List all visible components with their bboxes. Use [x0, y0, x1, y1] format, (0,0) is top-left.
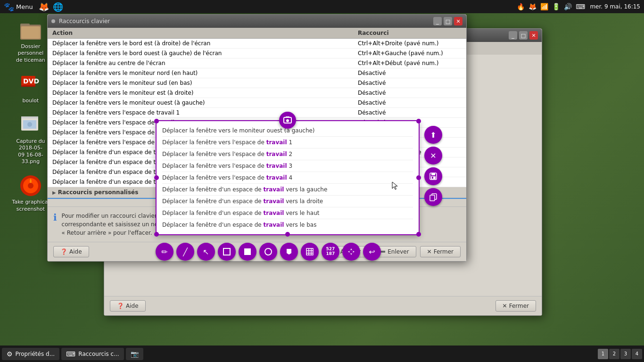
- rect-tool[interactable]: [218, 243, 236, 261]
- main-close-button[interactable]: ✕ Fermer: [495, 300, 536, 312]
- menu-button[interactable]: 🐾 Menu: [4, 2, 33, 12]
- taskbar-properties[interactable]: ⚙ Propriétés d...: [2, 348, 59, 360]
- row-shortcut: Ctrl+Alt+Gauche (pavé num.): [358, 50, 462, 57]
- svg-rect-21: [431, 173, 435, 175]
- taskbar-raccourcis[interactable]: ⌨ Raccourcis c...: [61, 348, 124, 360]
- table-row[interactable]: Déplacer la fenêtre vers le moniteur est…: [48, 88, 466, 98]
- row-action: Déplacer la fenêtre au centre de l'écran: [52, 60, 358, 66]
- screenshot-row: Déplacer la fenêtre vers l'espace de tra…: [162, 160, 413, 172]
- table-row[interactable]: Déplacer la fenêtre vers le moniteur sud…: [48, 78, 466, 88]
- desktop: 🐾 Menu 🦊 🌐 🔥 🦊 📶 🔋 🔊 ⌨ mer. 9 mai, 16:15: [0, 0, 644, 362]
- taskbar-screenshot-task[interactable]: 📷: [126, 348, 143, 360]
- main-close-icon: ✕: [503, 303, 507, 309]
- row-shortcut: Ctrl+Alt+Droite (pavé num.): [358, 40, 462, 47]
- move-tool[interactable]: [342, 243, 360, 261]
- close-button[interactable]: ✕: [529, 31, 538, 40]
- svg-rect-29: [306, 248, 313, 255]
- screenshot-content: Déplacer la fenêtre vers le moniteur oue…: [157, 121, 419, 234]
- table-row[interactable]: Déplacer la fenêtre vers le moniteur oue…: [48, 98, 466, 108]
- screenshot-task-icon: 📷: [131, 350, 139, 358]
- close-btn-label: Fermer: [434, 248, 454, 255]
- dialog-minimize-button[interactable]: _: [433, 17, 442, 25]
- desktop-icon-screenshot[interactable]: Take graphicalscreenshot: [9, 174, 52, 213]
- main-help-button[interactable]: ❓ Aide: [110, 300, 146, 312]
- capture-label: Capture du 2018-05-09 16-08-33.png: [9, 138, 52, 165]
- tray-icon-2: 🦊: [528, 3, 537, 10]
- chromium-icon[interactable]: 🌐: [53, 1, 63, 12]
- workspace-4[interactable]: 4: [632, 349, 642, 359]
- workspace-3[interactable]: 3: [620, 349, 631, 359]
- grid-tool[interactable]: [301, 243, 319, 261]
- info-icon: ℹ: [53, 212, 57, 223]
- dialog-title-dot: [51, 19, 55, 23]
- help-button[interactable]: ❓ Aide: [53, 246, 89, 257]
- svg-marker-34: [348, 248, 355, 255]
- svg-rect-26: [223, 248, 230, 255]
- desktop-icon-capture[interactable]: Capture du 2018-05-09 16-08-33.png: [9, 114, 52, 165]
- screenshot-center-icon[interactable]: [279, 112, 296, 129]
- upload-button[interactable]: ⬆: [424, 126, 442, 144]
- row-shortcut: Désactivé: [358, 70, 462, 76]
- volume-icon: 🔊: [564, 3, 572, 10]
- screenshot-row: Déplacer la fenêtre vers l'espace de tra…: [162, 148, 413, 160]
- resize-handle-tl[interactable]: [154, 119, 159, 123]
- screenshot-row: Déplacer la fenêtre d'un espace de trava…: [162, 196, 413, 207]
- dialog-title: Raccourcis clavier: [59, 18, 429, 25]
- workspace-2[interactable]: 2: [609, 349, 619, 359]
- table-row[interactable]: Déplacer la fenêtre vers le bord ouest (…: [48, 49, 466, 58]
- row-shortcut: Ctrl+Alt+Début (pavé num.): [358, 60, 462, 66]
- svg-rect-25: [430, 195, 435, 201]
- firefox-icon[interactable]: 🦊: [39, 1, 49, 12]
- number-tool[interactable]: 527187: [322, 243, 339, 261]
- table-row[interactable]: Déplacer la fenêtre vers le moniteur nor…: [48, 68, 466, 78]
- row-shortcut: Désactivé: [358, 90, 462, 96]
- desktop-icon-personal-folder[interactable]: Dossier personnelde ticeman: [9, 19, 52, 64]
- row-action: Déplacer la fenêtre vers le bord est (à …: [52, 40, 358, 47]
- resize-handle-bm[interactable]: [285, 232, 290, 237]
- raccourcis-task-icon: ⌨: [66, 350, 75, 358]
- table-row[interactable]: Déplacer la fenêtre vers l'espace de tra…: [48, 108, 466, 118]
- cancel-button[interactable]: ✕: [424, 147, 442, 165]
- workspace-switcher: 1 2 3 4: [598, 349, 642, 359]
- resize-handle-tr[interactable]: [416, 119, 421, 123]
- main-bottom-buttons: ❓ Aide ✕ Fermer: [104, 296, 542, 315]
- screenshot-label: Take graphicalscreenshot: [12, 199, 50, 213]
- tool-toolbar: ✏ ╱ ↖: [156, 243, 420, 261]
- dialog-close-btn[interactable]: ✕ Fermer: [420, 246, 461, 257]
- line-tool[interactable]: ╱: [176, 243, 194, 261]
- filled-rect-tool[interactable]: [239, 243, 256, 261]
- top-panel: 🐾 Menu 🦊 🌐 🔥 🦊 📶 🔋 🔊 ⌨ mer. 9 mai, 16:15: [0, 0, 644, 13]
- pencil-tool[interactable]: ✏: [156, 243, 173, 261]
- system-tray: 🔥 🦊 📶 🔋 🔊 ⌨: [517, 3, 585, 10]
- dialog-maximize-button[interactable]: □: [444, 17, 452, 25]
- resize-handle-ml[interactable]: [154, 175, 159, 180]
- workspace-1[interactable]: 1: [598, 349, 608, 359]
- ellipse-tool[interactable]: [259, 243, 277, 261]
- copy-button[interactable]: [424, 188, 442, 206]
- desktop-icons: Dossier personnelde ticeman DVD boulot: [9, 19, 52, 213]
- table-row[interactable]: Déplacer la fenêtre vers le bord est (à …: [48, 39, 466, 49]
- tray-icon-1: 🔥: [517, 3, 525, 10]
- custom-section-label: Raccourcis personnalisés: [58, 189, 139, 196]
- screenshot-row: Déplacer la fenêtre vers l'espace de tra…: [162, 137, 413, 148]
- resize-handle-bl[interactable]: [154, 232, 159, 237]
- svg-rect-27: [244, 248, 251, 255]
- dialog-close-button[interactable]: ✕: [454, 17, 462, 25]
- screenshot-row: Déplacer la fenêtre d'un espace de trava…: [162, 184, 413, 196]
- minimize-button[interactable]: _: [509, 31, 517, 40]
- svg-point-19: [286, 119, 289, 122]
- row-action: Déplacer la fenêtre vers le moniteur oue…: [52, 99, 358, 106]
- header-shortcut: Raccourci: [358, 30, 462, 36]
- resize-handle-br[interactable]: [416, 232, 421, 237]
- desktop-icon-dvd[interactable]: DVD boulot: [9, 73, 52, 104]
- table-row[interactable]: Déplacer la fenêtre au centre de l'écran…: [48, 58, 466, 68]
- menu-label: Menu: [16, 3, 33, 10]
- screenshot-selection-box[interactable]: Déplacer la fenêtre vers le moniteur oue…: [156, 120, 420, 235]
- resize-handle-mr[interactable]: [416, 175, 421, 180]
- arrow-tool[interactable]: ↖: [197, 243, 215, 261]
- save-button[interactable]: [424, 167, 442, 185]
- highlight-tool[interactable]: [280, 243, 298, 261]
- maximize-button[interactable]: □: [519, 31, 528, 40]
- undo-tool[interactable]: ↩: [363, 243, 381, 261]
- svg-point-13: [28, 183, 33, 189]
